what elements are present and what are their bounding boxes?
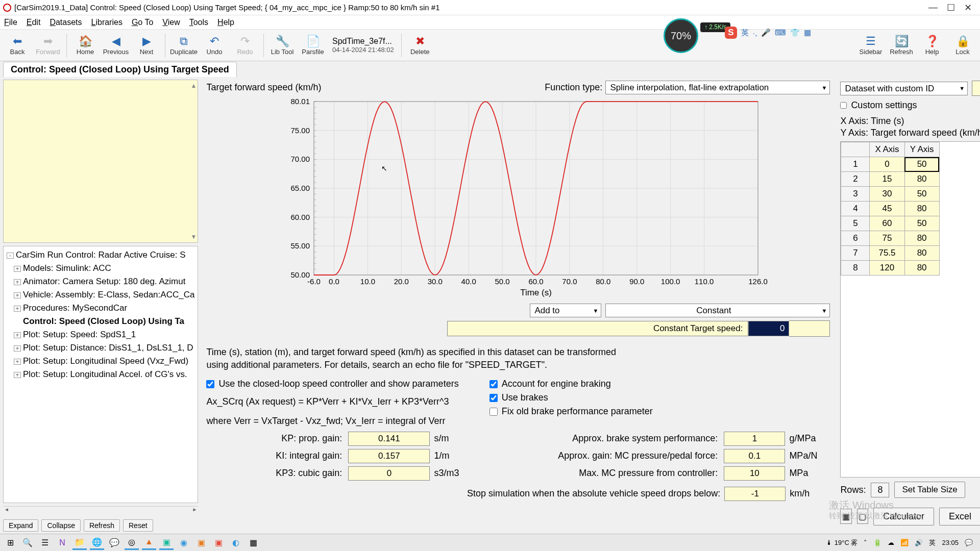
notes-panel[interactable]: ▲ ▼ [3,80,198,243]
menu-file[interactable]: File [4,18,17,27]
taskview-icon[interactable]: ☰ [38,536,52,550]
start-button[interactable]: ⊞ [3,536,17,550]
fix-old-checkbox[interactable]: Fix old brake performance parameter [489,406,653,417]
tree-refresh-button[interactable]: Refresh [84,519,120,532]
carsim-icon[interactable]: ◎ [125,536,139,550]
close-button[interactable]: ✕ [964,2,972,13]
menu-view[interactable]: View [162,18,180,27]
menu-help[interactable]: Help [217,18,234,27]
scroll-down-icon[interactable]: ▼ [190,233,197,240]
tree-item[interactable]: +Plot: Setup: Distance: DisS1_1, DsLS1_1… [6,341,195,355]
matlab-icon[interactable]: ▲ [142,536,156,550]
tray-volume-icon[interactable]: 🔊 [915,539,923,546]
weather-widget[interactable]: 🌡 19°C 雾 [826,538,857,547]
tray-chevron-icon[interactable]: ˄ [864,539,867,546]
ime-toolbar[interactable]: S 英·, 🎤 ⌨ 👕 ▦ [725,27,811,39]
refresh-button[interactable]: 🔄Refresh [887,31,916,60]
wechat-icon[interactable]: 💬 [107,536,121,550]
mic-icon[interactable]: 🎤 [761,28,771,37]
back-button[interactable]: ⬅Back [3,31,32,60]
excel-button[interactable]: Excel [939,508,980,525]
engine-brake-checkbox[interactable]: Account for engine braking [489,379,653,389]
bgain-input[interactable] [724,449,785,463]
data-table[interactable]: X AxisY Axis 105021580330504458056050675… [840,141,980,478]
redo-button[interactable]: ↷Redo [231,31,259,60]
app-icon-7[interactable]: ▦ [246,536,260,550]
dataset-id-value[interactable]: 1201 [972,81,980,96]
duplicate-button[interactable]: ⧉Duplicate [169,31,198,60]
chart-area[interactable]: -6.00.010.020.030.040.050.060.070.080.09… [206,96,830,300]
tree-item[interactable]: +Plot: Setup: Longitudinal Accel. of CG'… [6,368,195,381]
menu-tools[interactable]: Tools [189,18,208,27]
menu-edit[interactable]: Edit [27,18,41,27]
app-icon-2[interactable]: ▣ [159,536,174,550]
kp3-input[interactable] [348,466,430,481]
tray-battery-icon[interactable]: 🔋 [873,539,881,546]
onenote-icon[interactable]: N [55,536,69,550]
use-brakes-checkbox[interactable]: Use brakes [489,392,653,403]
stop-input[interactable] [724,487,786,501]
taskbar[interactable]: ⊞ 🔍 ☰ N 📁 🌐 💬 ◎ ▲ ▣ ◉ ▣ ▣ ◐ ▦ 🌡 19°C 雾 ˄… [0,534,980,551]
tree-item[interactable]: +Animator: Camera Setup: 180 deg. Azimut [6,275,195,288]
chrome-icon[interactable]: 🌐 [90,536,104,550]
set-table-size-button[interactable]: Set Table Size [894,482,965,498]
app-icon-6[interactable]: ◐ [229,536,243,550]
reset-button[interactable]: Reset [123,519,153,532]
tree-item[interactable]: +Plot: Setup: Longitudinal Speed (Vxz_Fw… [6,355,195,368]
tray-notifications-icon[interactable]: 💬 [965,539,973,546]
collapse-button[interactable]: Collapse [41,519,80,532]
function-type-select[interactable]: Spline interpolation, flat-line extrapol… [605,81,830,94]
ki-input[interactable] [348,449,430,463]
tree-item[interactable]: +Models: Simulink: ACC [6,262,195,275]
keyboard-icon[interactable]: ⌨ [775,28,786,37]
ime-lang[interactable]: 英 [741,28,749,38]
tree-item[interactable]: +Vehicle: Assembly: E-Class, Sedan:ACC_C… [6,288,195,302]
app-icon-3[interactable]: ◉ [177,536,191,550]
table-row[interactable]: 1050 [841,157,939,172]
tray-wifi-icon[interactable]: 📶 [900,539,909,546]
undo-button[interactable]: ↶Undo [200,31,229,60]
bperf-input[interactable] [724,432,785,446]
tree-item[interactable]: -CarSim Run Control: Radar Active Cruise… [6,248,195,262]
sidebar-button[interactable]: ☰Sidebar [856,31,885,60]
table-row[interactable]: 44580 [841,202,939,216]
tree-item[interactable]: +Plot: Setup: Speed: SpdS1_1 [6,328,195,341]
th-y[interactable]: Y Axis [904,142,939,157]
menu-libraries[interactable]: Libraries [91,18,122,27]
libtool-button[interactable]: 🔧Lib Tool [268,31,297,60]
menu-goto[interactable]: Go To [132,18,153,27]
shirt-icon[interactable]: 👕 [790,28,800,37]
tray-clock[interactable]: 23:05 [942,539,959,546]
help-button[interactable]: ❓Help [918,31,946,60]
maximize-button[interactable]: ☐ [947,2,955,13]
table-row[interactable]: 812080 [841,261,939,276]
previous-button[interactable]: ◀Previous [102,31,130,60]
kp-input[interactable] [348,432,430,446]
tray-ime-icon[interactable]: 英 [929,538,936,547]
lock-button[interactable]: 🔒Lock [948,31,977,60]
constant-target-input[interactable]: 0 [748,321,789,336]
grid-icon[interactable]: ▦ [804,28,811,37]
table-row[interactable]: 33050 [841,187,939,202]
tree-item[interactable]: Control: Speed (Closed Loop) Using Ta [6,315,195,328]
th-x[interactable]: X Axis [870,142,904,157]
home-button[interactable]: 🏠Home [71,31,100,60]
addto-value-select[interactable]: Constant [605,304,830,317]
search-icon[interactable]: 🔍 [20,536,35,550]
dataset-id-select[interactable]: Dataset with custom ID [840,82,968,95]
app-icon-5[interactable]: ▣ [211,536,226,550]
maxmc-input[interactable] [724,466,785,481]
table-row[interactable]: 67580 [841,231,939,246]
tree-hscroll[interactable] [3,506,198,514]
explorer-icon[interactable]: 📁 [72,536,87,550]
menu-datasets[interactable]: Datasets [50,18,82,27]
forward-button[interactable]: ➡Forward [34,31,62,60]
custom-settings-checkbox[interactable]: Custom settings [840,100,980,111]
addto-select[interactable]: Add to [530,304,601,317]
table-row[interactable]: 21580 [841,172,939,187]
table-row[interactable]: 775.580 [841,246,939,261]
parsfile-button[interactable]: 📄Parsfile [299,31,327,60]
table-row[interactable]: 56050 [841,216,939,231]
tree-panel[interactable]: -CarSim Run Control: Radar Active Cruise… [3,246,198,503]
scroll-up-icon[interactable]: ▲ [190,82,197,89]
